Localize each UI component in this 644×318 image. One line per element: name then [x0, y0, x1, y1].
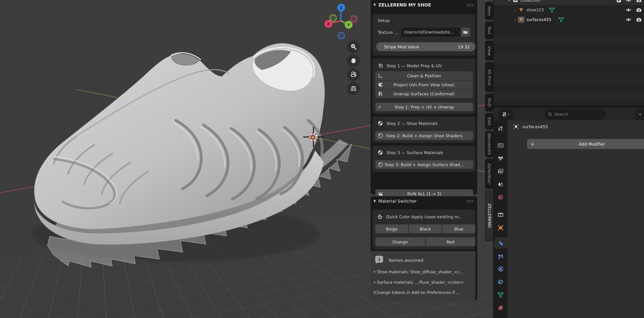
sidebar-tab-3d-print[interactable]: 3D Print — [485, 62, 493, 92]
beige-button[interactable]: Beige — [375, 224, 408, 233]
sidebar-tab-blenderkit[interactable]: BlenderKit — [485, 131, 493, 157]
object-label[interactable]: surfaces455 — [526, 17, 551, 22]
chevron-down-icon: ▾ — [639, 113, 641, 116]
move-axes-icon — [378, 73, 383, 79]
check-icon: ✓ — [378, 104, 382, 110]
stripe-mod-value-slider[interactable]: Stripe Mod Value 19.32 — [376, 42, 476, 51]
tab-label: Edit — [487, 117, 492, 125]
step1-heading: Step 1 — Model Prep & UV — [386, 63, 442, 68]
scene-icon — [498, 181, 504, 187]
outliner-row-collection[interactable]: ▾ Collection — [494, 0, 644, 5]
step3-run-button[interactable]: Step 3: Build + Assign Surface Shad... — [375, 160, 473, 169]
breadcrumb-object-name[interactable]: surfaces455 — [522, 124, 548, 129]
step2-run-button[interactable]: Step 2: Build + Assign Shoe Shaders — [375, 131, 473, 140]
tab-output-properties[interactable] — [494, 153, 508, 164]
checkbox-icon[interactable] — [614, 0, 624, 3]
red-button[interactable]: Red — [426, 237, 476, 246]
sidebar-tab-view[interactable]: View — [485, 41, 493, 61]
sidebar-tab-zellerbox[interactable]: ZellerBox³ — [485, 159, 493, 189]
mesh-data-icon — [551, 17, 571, 23]
texture-path-field[interactable]: /Users/rd/Downloads/te... — [402, 28, 461, 37]
tab-label: Item — [487, 6, 492, 16]
clean-position-button[interactable]: Clean & Position — [375, 71, 473, 80]
tab-particle-properties[interactable] — [494, 251, 508, 262]
panel-header[interactable]: ▼ ZELLEREND MY SHOE — [370, 0, 477, 8]
zoom-button[interactable] — [347, 40, 360, 53]
3d-viewport[interactable]: Z X Y — [0, 0, 493, 318]
object-label[interactable]: shoe123 — [526, 8, 544, 12]
camera-visibility-icon[interactable] — [633, 0, 644, 3]
breadcrumb: surfaces455 — [513, 124, 548, 130]
expand-chevron-icon[interactable]: › — [494, 8, 516, 12]
button-label: Orange — [392, 239, 408, 244]
panel-grip-handle[interactable] — [466, 4, 474, 6]
camera-visibility-icon[interactable] — [633, 7, 644, 13]
tab-view-layer-properties[interactable] — [494, 166, 508, 177]
disclosure-triangle-icon[interactable]: ▾ — [494, 0, 510, 3]
step1-run-button[interactable]: ✓ Step 1: Prep + UV + Unwrap — [375, 103, 473, 111]
sidebar-tab-item[interactable]: Item — [485, 2, 493, 20]
outliner-row-surfaces455[interactable]: › surfaces455 — [494, 15, 644, 25]
button-label: Unwrap Surfaces (Conformal) — [393, 91, 455, 96]
perspective-grid-button[interactable] — [347, 82, 360, 95]
tab-constraint-properties[interactable] — [494, 276, 508, 287]
tab-label: RnD — [487, 98, 492, 107]
hide-eye-icon[interactable] — [624, 7, 633, 13]
tab-render-properties[interactable] — [494, 140, 508, 151]
orange-button[interactable]: Orange — [375, 237, 425, 246]
tab-scene-properties[interactable] — [494, 179, 508, 190]
hide-eye-icon[interactable] — [624, 17, 633, 23]
material-switcher-panel: ▼ Material Switcher Quick Color Apply (u… — [370, 196, 477, 301]
object-icon — [497, 224, 504, 231]
project-uvs-button[interactable]: Project UVs From View (shoe) — [375, 80, 473, 89]
grid-floor-icon — [350, 85, 357, 92]
tab-modifier-properties-active[interactable] — [494, 237, 508, 248]
unwrap-surfaces-button[interactable]: Unwrap Surfaces (Conformal) — [375, 89, 473, 98]
button-label: Step 1: Prep + UV + Unwrap — [394, 105, 454, 110]
tab-object-data-properties[interactable] — [494, 289, 508, 300]
material-sphere-icon — [377, 149, 384, 156]
step1-box: Step 1 — Model Prep & UV Clean & Positio… — [373, 59, 475, 114]
expand-chevron-icon[interactable]: › — [494, 17, 516, 22]
properties-search-field[interactable] — [545, 109, 606, 119]
outliner-row-shoe123[interactable]: › shoe123 — [494, 5, 644, 15]
quick-color-heading: Quick Color Apply (uses existing m... — [386, 214, 463, 219]
tab-tool-properties[interactable] — [494, 123, 508, 134]
view-navigation-gizmo[interactable]: Z X Y — [324, 2, 358, 41]
chevron-down-icon: ▼ — [373, 3, 376, 7]
tab-material-properties[interactable] — [494, 302, 508, 313]
header-options-button[interactable]: ▾ — [635, 109, 644, 119]
collection-label[interactable]: Collection — [520, 0, 540, 3]
texture-label: Texture ... — [378, 30, 402, 35]
tab-collection-properties[interactable] — [494, 209, 508, 220]
pan-view-button[interactable] — [347, 54, 360, 67]
hide-eye-icon[interactable] — [624, 0, 633, 3]
tab-world-properties[interactable] — [494, 192, 508, 203]
search-input[interactable] — [554, 112, 592, 117]
open-file-button[interactable] — [460, 28, 470, 37]
sidebar-tab-zellerend[interactable]: ZELLEREND — [485, 190, 493, 241]
camera-view-button[interactable] — [347, 68, 360, 81]
black-button[interactable]: Black — [409, 224, 442, 233]
editor-type-button[interactable]: ▾ — [499, 109, 512, 119]
material-switcher-header[interactable]: ▼ Material Switcher — [370, 196, 477, 205]
sidebar-tab-tool[interactable]: Tool — [485, 21, 493, 39]
step1-button-group: Clean & Position Project UVs From View (… — [375, 71, 473, 98]
color-row-2: Orange Red — [375, 237, 475, 246]
camera-visibility-icon[interactable] — [633, 17, 644, 23]
sidebar-tab-rnd[interactable]: RnD — [485, 94, 493, 112]
object-origin-dot — [311, 135, 315, 139]
chevron-down-icon: ▼ — [373, 199, 376, 203]
gizmo-y-label: Y — [347, 23, 350, 27]
blue-button[interactable]: Blue — [442, 224, 475, 233]
add-modifier-button[interactable]: + Add Modifier — [527, 139, 644, 149]
sidebar-tab-edit[interactable]: Edit — [485, 113, 493, 130]
panel-grip-handle[interactable] — [466, 200, 474, 202]
mesh-data-icon — [498, 292, 504, 298]
blender-window: Z X Y — [0, 0, 644, 318]
gizmo-axis-neg-x — [351, 16, 357, 22]
tab-object-properties[interactable] — [494, 222, 508, 233]
tab-physics-properties[interactable] — [494, 264, 508, 275]
properties-header: ▾ ▾ — [494, 108, 644, 120]
button-label: Blue — [454, 227, 464, 231]
